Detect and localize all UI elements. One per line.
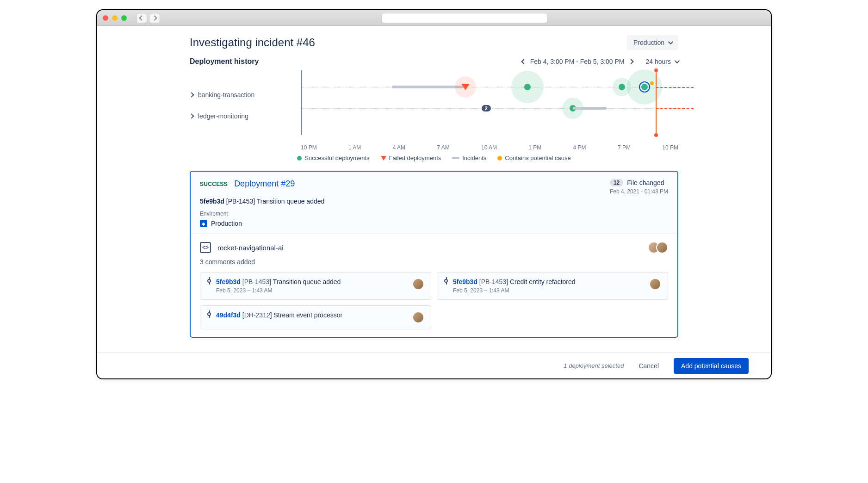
incident-time-marker [656, 70, 657, 135]
failed-deployment-marker[interactable] [461, 84, 470, 90]
history-subheader: Deployment history Feb 4, 3:00 PM - Feb … [190, 57, 678, 66]
file-changed[interactable]: 12 File changed [610, 179, 668, 186]
commit-card[interactable]: 49d4f3d [DH-2312] Stream event processor [200, 305, 431, 329]
chart-row-label: banking-transaction [198, 91, 254, 99]
potential-cause-marker [650, 81, 654, 85]
minimize-icon[interactable] [112, 15, 118, 21]
incident-bar[interactable] [392, 86, 464, 88]
nav-buttons [136, 13, 160, 23]
commit-hash-link[interactable]: 49d4f3d [216, 311, 241, 319]
commit-node-icon [207, 278, 211, 294]
incident-dash [656, 87, 693, 88]
section-title: Deployment history [190, 57, 259, 66]
bitbucket-icon: ◆ [200, 220, 207, 227]
app-window: Investigating incident #46 Production De… [96, 9, 772, 379]
date-controls: Feb 4, 3:00 PM - Feb 5, 3:00 PM 24 hours [522, 58, 678, 65]
chart-legend: Successful deployments Failed deployment… [190, 155, 678, 161]
x-tick: 1 AM [348, 144, 361, 151]
chevron-down-icon [675, 58, 680, 63]
add-potential-causes-button[interactable]: Add potential causes [674, 358, 749, 374]
commit-list: 5fe9b3d [PB-1453] Transition queue added… [200, 272, 668, 329]
incident-dash [656, 108, 693, 109]
status-badge: SUCCESS [200, 181, 228, 187]
x-tick: 7 PM [618, 144, 631, 151]
duration-selector[interactable]: 24 hours [646, 58, 678, 65]
duration-label: 24 hours [646, 58, 671, 65]
environment-value: ◆ Production [200, 220, 668, 227]
comments-count: 3 comments added [200, 258, 668, 266]
legend-incidents: Incidents [452, 155, 486, 161]
page-title: Investigating incident #46 [190, 36, 315, 49]
x-tick: 4 AM [393, 144, 405, 151]
deployment-chart: banking-transaction ledger-monitoring [190, 70, 678, 135]
incident-bar[interactable] [573, 107, 607, 110]
commit-node-icon [207, 311, 211, 319]
deployment-marker[interactable] [524, 84, 531, 90]
x-tick: 10 PM [662, 144, 678, 151]
page-header: Investigating incident #46 Production [190, 35, 678, 50]
commit-date: Feb 5, 2023 – 1:43 AM [453, 287, 576, 294]
back-button[interactable] [136, 13, 147, 23]
expand-icon [189, 113, 194, 118]
close-icon[interactable] [103, 15, 108, 21]
code-icon: <> [200, 242, 211, 253]
forward-button[interactable] [149, 13, 160, 23]
chart-row-label: ledger-monitoring [198, 112, 248, 120]
legend-cause: Contains potential cause [497, 155, 570, 161]
legend-failed: Failed deployments [381, 155, 441, 161]
repo-name: rocket-navigational-ai [217, 244, 284, 252]
environment-label: Enviroment [200, 211, 668, 217]
window-titlebar [97, 10, 771, 26]
x-tick: 10 AM [481, 144, 497, 151]
expand-icon [189, 92, 194, 97]
chart-row-banking[interactable]: banking-transaction [190, 84, 301, 105]
date-range-picker[interactable]: Feb 4, 3:00 PM - Feb 5, 3:00 PM [522, 58, 633, 65]
avatar [412, 278, 424, 290]
commit-message: [PB-1453] Transition queue added [226, 198, 325, 205]
deployment-title-link[interactable]: Deployment #29 [234, 179, 295, 189]
chart-row-labels: banking-transaction ledger-monitoring [190, 70, 301, 135]
url-input[interactable] [381, 13, 548, 23]
file-count-pill: 12 [610, 179, 623, 186]
footer-action-bar: 1 deployment selected Cancel Add potenti… [97, 353, 771, 378]
url-bar-container [164, 13, 765, 23]
chart-plot-area[interactable]: 2 [301, 70, 678, 135]
maximize-icon[interactable] [121, 15, 127, 21]
x-tick: 1 PM [528, 144, 541, 151]
environment-selector-label: Production [633, 39, 664, 46]
deployment-detail-card: SUCCESS Deployment #29 12 File changed F… [190, 171, 678, 338]
commit-hash-link[interactable]: 5fe9b3d [216, 278, 241, 285]
prev-range-button[interactable] [521, 59, 526, 64]
page-content: Investigating incident #46 Production De… [97, 26, 771, 378]
commit-date: Feb 5, 2023 – 1:43 AM [216, 287, 341, 294]
commit-card[interactable]: 5fe9b3d [PB-1453] Credit entity refactor… [437, 272, 668, 300]
deployment-marker[interactable] [619, 84, 625, 90]
commit-hash: 5fe9b3d [200, 198, 224, 205]
cancel-button[interactable]: Cancel [633, 359, 664, 373]
date-range-label: Feb 4, 3:00 PM - Feb 5, 3:00 PM [530, 58, 625, 65]
chart-x-axis: 10 PM 1 AM 4 AM 7 AM 10 AM 1 PM 4 PM 7 P… [190, 144, 678, 151]
file-changed-label: File changed [627, 179, 664, 186]
cluster-badge[interactable]: 2 [482, 105, 491, 111]
selection-info: 1 deployment selected [564, 362, 624, 369]
traffic-lights [103, 15, 127, 21]
legend-success: Successful deployments [297, 155, 369, 161]
next-range-button[interactable] [628, 59, 633, 64]
x-tick: 10 PM [301, 144, 317, 151]
commit-summary: 5fe9b3d [PB-1453] Transition queue added [200, 198, 668, 205]
environment-selector[interactable]: Production [627, 35, 678, 50]
contributor-avatars[interactable] [648, 242, 668, 254]
avatar [656, 242, 668, 254]
deployment-marker-selected[interactable] [641, 84, 648, 90]
commit-card[interactable]: 5fe9b3d [PB-1453] Transition queue added… [200, 272, 431, 300]
card-header: SUCCESS Deployment #29 12 File changed F… [191, 172, 677, 234]
chevron-down-icon [668, 39, 673, 44]
avatar [649, 278, 661, 290]
x-tick: 4 PM [573, 144, 586, 151]
commit-hash-link[interactable]: 5fe9b3d [453, 278, 477, 285]
commit-node-icon [444, 278, 448, 294]
x-tick: 7 AM [437, 144, 449, 151]
deployment-timestamp: Feb 4, 2021 - 01:43 PM [610, 188, 668, 195]
chart-row-ledger[interactable]: ledger-monitoring [190, 105, 301, 127]
avatar [412, 311, 424, 323]
